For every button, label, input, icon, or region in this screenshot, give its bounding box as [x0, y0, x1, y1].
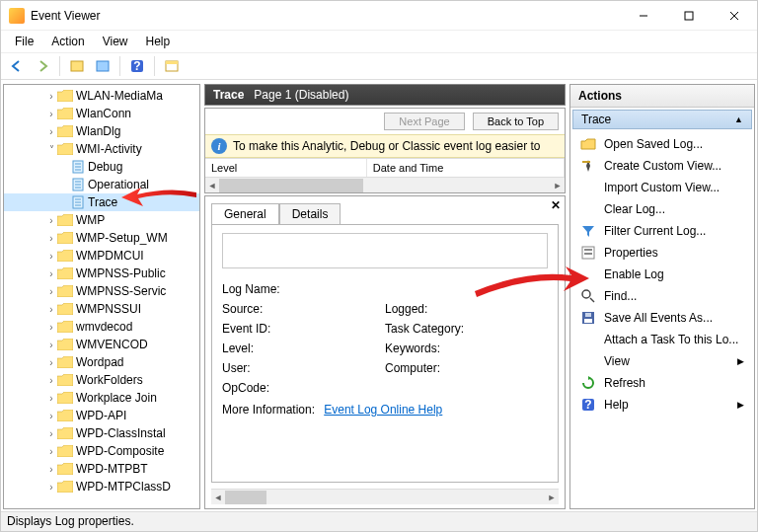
expand-icon[interactable]: ›: [45, 251, 57, 262]
close-button[interactable]: [712, 1, 757, 31]
col-level[interactable]: Level: [205, 159, 367, 177]
tree-item-wordpad[interactable]: ›Wordpad: [4, 353, 199, 371]
expand-icon[interactable]: ›: [45, 126, 57, 137]
action-attach-a-task-to-this-lo[interactable]: Attach a Task To this Lo...: [574, 329, 750, 350]
action-import-custom-view[interactable]: Import Custom View...: [574, 177, 750, 198]
toolbar-btn-2[interactable]: [91, 54, 114, 78]
tree-item-wpd-mtpclassd[interactable]: ›WPD-MTPClassD: [4, 478, 199, 495]
tree-item-label: Trace: [88, 195, 117, 209]
next-page-button[interactable]: Next Page: [384, 113, 464, 130]
tree-item-wmvdecod[interactable]: ›wmvdecod: [4, 318, 199, 336]
expand-icon[interactable]: ›: [45, 393, 57, 404]
menu-view[interactable]: View: [95, 33, 136, 50]
tree-item-wpd-classinstal[interactable]: ›WPD-ClassInstal: [4, 424, 199, 442]
tree-item-wlandlg[interactable]: ›WlanDlg: [4, 122, 199, 140]
expand-icon[interactable]: ›: [45, 91, 57, 102]
tree-item-label: WlanConn: [76, 107, 131, 120]
list-hscroll[interactable]: ◄►: [205, 177, 565, 192]
action-label: View: [604, 354, 630, 368]
tree-item-trace[interactable]: Trace: [4, 193, 199, 211]
collapse-icon[interactable]: ˅: [45, 144, 57, 155]
forward-button[interactable]: [31, 54, 54, 78]
tree-item-wmvencod[interactable]: ›WMVENCOD: [4, 336, 199, 353]
expand-icon[interactable]: ›: [45, 340, 57, 350]
toolbar-help-button[interactable]: ?: [125, 54, 149, 78]
action-properties[interactable]: Properties: [574, 242, 750, 264]
expand-icon[interactable]: ›: [45, 411, 57, 421]
expand-icon[interactable]: ›: [45, 109, 57, 119]
action-view[interactable]: View▶: [574, 350, 750, 372]
tree-pane[interactable]: ›WLAN-MediaMa›WlanConn›WlanDlg˅WMI-Activ…: [3, 84, 200, 509]
action-help[interactable]: ?Help▶: [574, 394, 750, 416]
tree-item-wmpdmcui[interactable]: ›WMPDMCUI: [4, 247, 199, 265]
tab-details[interactable]: Details: [279, 203, 341, 225]
folder-icon: [57, 250, 73, 262]
col-datetime[interactable]: Date and Time: [367, 159, 565, 177]
expand-icon[interactable]: ›: [45, 357, 57, 368]
actions-section-header[interactable]: Trace ▲: [572, 110, 752, 129]
tree-item-wmp[interactable]: ›WMP: [4, 211, 199, 229]
action-label: Import Custom View...: [604, 181, 720, 194]
action-clear-log[interactable]: Clear Log...: [574, 198, 750, 220]
svg-rect-1: [685, 12, 693, 20]
tree-item-wpd-composite[interactable]: ›WPD-Composite: [4, 442, 199, 460]
expand-icon[interactable]: ›: [45, 268, 57, 279]
expand-icon[interactable]: ›: [45, 322, 57, 333]
tree-item-workplace-join[interactable]: ›Workplace Join: [4, 389, 199, 407]
expand-icon[interactable]: ›: [45, 233, 57, 244]
tree-item-label: WorkFolders: [76, 373, 143, 387]
action-label: Filter Current Log...: [604, 224, 706, 238]
menu-help[interactable]: Help: [138, 33, 179, 50]
action-create-custom-view[interactable]: Create Custom View...: [574, 155, 750, 177]
tab-general[interactable]: General: [211, 203, 279, 225]
svg-rect-29: [584, 319, 592, 323]
tree-item-wlanconn[interactable]: ›WlanConn: [4, 105, 199, 122]
find-icon: [580, 288, 596, 304]
tree-item-wpd-mtpbt[interactable]: ›WPD-MTPBT: [4, 460, 199, 478]
expand-icon[interactable]: ›: [45, 286, 57, 297]
expand-icon[interactable]: ›: [45, 428, 57, 439]
panel-close-icon[interactable]: ✕: [551, 198, 561, 212]
toolbar-btn-1[interactable]: [65, 54, 89, 78]
status-text: Displays Log properties.: [7, 514, 134, 528]
maximize-button[interactable]: [666, 1, 712, 31]
tree-item-wmpnss-public[interactable]: ›WMPNSS-Public: [4, 265, 199, 282]
tree-item-wmi-activity[interactable]: ˅WMI-Activity: [4, 140, 199, 158]
action-label: Find...: [604, 289, 637, 303]
back-to-top-button[interactable]: Back to Top: [473, 113, 559, 130]
back-button[interactable]: [5, 54, 29, 78]
toolbar-btn-3[interactable]: [160, 54, 184, 78]
expand-icon[interactable]: ›: [45, 215, 57, 226]
tree-item-workfolders[interactable]: ›WorkFolders: [4, 371, 199, 389]
action-refresh[interactable]: Refresh: [574, 372, 750, 394]
expand-icon[interactable]: ›: [45, 304, 57, 315]
folder-icon: [57, 232, 73, 244]
action-enable-log[interactable]: Enable Log: [574, 264, 750, 285]
tree-item-label: Operational: [88, 178, 149, 191]
center-pane: Trace Page 1 (Disabled) Next Page Back t…: [204, 84, 566, 509]
action-find[interactable]: Find...: [574, 285, 750, 307]
menu-action[interactable]: Action: [43, 33, 92, 50]
tree-item-wmpnssui[interactable]: ›WMPNSSUI: [4, 300, 199, 318]
tree-item-wmp-setup-wm[interactable]: ›WMP-Setup_WM: [4, 229, 199, 247]
expand-icon[interactable]: ›: [45, 482, 57, 493]
expand-icon[interactable]: ›: [45, 464, 57, 475]
svg-line-27: [590, 298, 594, 302]
tree-item-wmpnss-servic[interactable]: ›WMPNSS-Servic: [4, 282, 199, 300]
tree-item-operational[interactable]: Operational: [4, 176, 199, 193]
detail-hscroll[interactable]: ◄►: [211, 489, 559, 504]
action-save-all-events-as[interactable]: Save All Events As...: [574, 307, 750, 329]
list-header[interactable]: Level Date and Time: [205, 158, 565, 177]
tree-item-wpd-api[interactable]: ›WPD-API: [4, 407, 199, 424]
action-open-saved-log[interactable]: Open Saved Log...: [574, 133, 750, 155]
tree-item-wlan-mediama[interactable]: ›WLAN-MediaMa: [4, 87, 199, 105]
minimize-button[interactable]: [621, 1, 666, 31]
expand-icon[interactable]: ›: [45, 375, 57, 386]
action-filter-current-log[interactable]: Filter Current Log...: [574, 220, 750, 242]
title-bar: Event Viewer: [1, 1, 757, 31]
help-link[interactable]: Event Log Online Help: [324, 403, 442, 417]
tree-item-debug[interactable]: Debug: [4, 158, 199, 176]
expand-icon[interactable]: ›: [45, 446, 57, 457]
action-label: Attach a Task To this Lo...: [604, 333, 738, 346]
menu-file[interactable]: File: [7, 33, 41, 50]
